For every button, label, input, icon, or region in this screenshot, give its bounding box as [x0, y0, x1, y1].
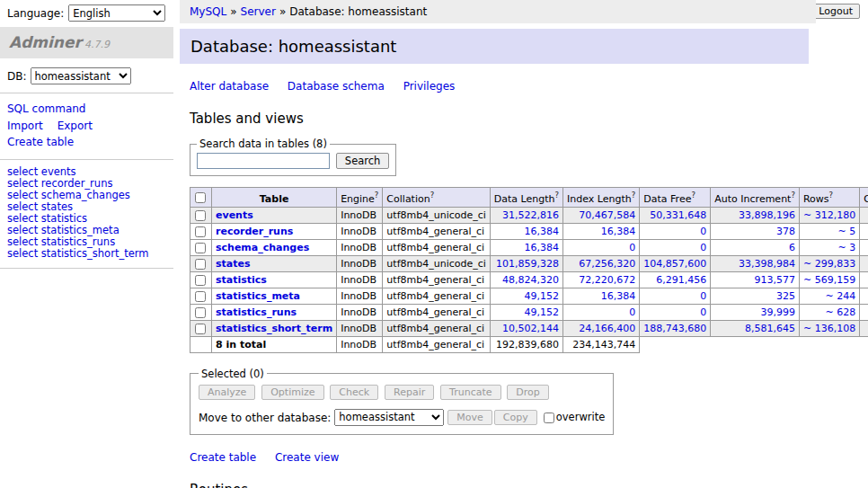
- column-help-icon[interactable]: ?: [375, 191, 379, 200]
- table-link[interactable]: statistics_runs: [216, 306, 297, 318]
- app-name-link[interactable]: Adminer: [9, 33, 82, 51]
- nav-link[interactable]: Create table: [7, 136, 74, 148]
- table-link[interactable]: recorder_runs: [216, 226, 293, 237]
- nav-link[interactable]: Alter database: [190, 80, 269, 93]
- data-length-link[interactable]: 48,824,320: [494, 274, 559, 286]
- logout-button[interactable]: Logout: [811, 4, 860, 19]
- column-help-icon[interactable]: ?: [829, 191, 834, 200]
- table-name-link[interactable]: statistics: [41, 212, 87, 225]
- bulk-action-button[interactable]: Truncate: [440, 385, 500, 400]
- index-length-link[interactable]: 16,384: [567, 290, 635, 302]
- data-length-link[interactable]: 16,384: [494, 242, 559, 253]
- row-checkbox[interactable]: [195, 291, 206, 302]
- auto-increment-link[interactable]: 913,577: [714, 274, 795, 286]
- breadcrumb-link-server[interactable]: Server: [241, 5, 276, 18]
- table-name-link[interactable]: statistics_meta: [41, 224, 120, 236]
- db-select[interactable]: homeassistant: [31, 67, 131, 84]
- column-help-icon[interactable]: ?: [430, 191, 435, 200]
- table-name-link[interactable]: recorder_runs: [41, 177, 113, 190]
- select-link[interactable]: select: [7, 212, 38, 225]
- index-length-link[interactable]: 24,166,400: [567, 323, 635, 334]
- data-length-link[interactable]: 101,859,328: [494, 258, 559, 270]
- bulk-action-button[interactable]: Check: [330, 385, 378, 400]
- table-name-link[interactable]: statistics_short_term: [41, 247, 149, 260]
- index-length-link[interactable]: 67,256,320: [567, 258, 635, 270]
- index-length-link[interactable]: 70,467,584: [567, 209, 635, 221]
- row-checkbox[interactable]: [195, 210, 206, 221]
- rows-link[interactable]: ~ 244: [803, 290, 855, 302]
- index-length-link[interactable]: 72,220,672: [567, 274, 635, 286]
- rows-link[interactable]: ~ 312,180: [803, 209, 855, 221]
- auto-increment-link[interactable]: 325: [714, 290, 795, 302]
- overwrite-checkbox[interactable]: [544, 413, 554, 423]
- auto-increment-link[interactable]: 8,581,645: [714, 323, 795, 334]
- data-length-link[interactable]: 16,384: [494, 226, 559, 237]
- rows-link[interactable]: ~ 136,108: [803, 323, 855, 334]
- index-length-link[interactable]: 16,384: [567, 226, 635, 237]
- row-checkbox[interactable]: [195, 324, 206, 334]
- select-link[interactable]: select: [7, 247, 38, 260]
- auto-increment-link[interactable]: 378: [714, 226, 795, 237]
- column-help-icon[interactable]: ?: [691, 191, 695, 200]
- copy-button[interactable]: Copy: [494, 410, 537, 425]
- search-input[interactable]: [197, 153, 330, 169]
- table-name-link[interactable]: schema_changes: [41, 189, 130, 201]
- data-free-link[interactable]: 0: [643, 226, 706, 237]
- column-help-icon[interactable]: ?: [791, 191, 795, 200]
- data-free-link[interactable]: 50,331,648: [643, 209, 706, 221]
- data-free-link[interactable]: 104,857,600: [643, 258, 706, 270]
- data-free-link[interactable]: 0: [643, 242, 706, 253]
- nav-link[interactable]: Create table: [190, 451, 256, 464]
- data-free-link[interactable]: 0: [643, 306, 706, 318]
- nav-link[interactable]: Privileges: [403, 80, 456, 93]
- select-link[interactable]: select: [7, 235, 38, 248]
- nav-link[interactable]: Database schema: [288, 80, 385, 93]
- data-free-link[interactable]: 6,291,456: [643, 274, 706, 286]
- move-button[interactable]: Move: [447, 410, 492, 425]
- rows-link[interactable]: ~ 569,159: [803, 274, 855, 286]
- table-name-link[interactable]: statistics_runs: [41, 235, 115, 248]
- row-checkbox[interactable]: [195, 243, 206, 253]
- nav-link[interactable]: Export: [58, 120, 93, 132]
- table-link[interactable]: events: [216, 209, 253, 221]
- row-checkbox[interactable]: [195, 275, 206, 286]
- select-link[interactable]: select: [7, 189, 38, 201]
- auto-increment-link[interactable]: 33,398,984: [714, 258, 795, 270]
- breadcrumb-link-mysql[interactable]: MySQL: [190, 5, 226, 18]
- language-select[interactable]: English: [68, 4, 165, 22]
- nav-link[interactable]: Import: [7, 120, 43, 132]
- bulk-action-button[interactable]: Optimize: [261, 385, 323, 400]
- data-length-link[interactable]: 49,152: [494, 306, 559, 318]
- data-free-link[interactable]: 0: [643, 290, 706, 302]
- rows-link[interactable]: ~ 628: [803, 306, 855, 318]
- rows-link[interactable]: ~ 5: [803, 226, 855, 237]
- auto-increment-link[interactable]: 33,898,196: [714, 209, 795, 221]
- bulk-action-button[interactable]: Drop: [507, 385, 548, 400]
- row-checkbox[interactable]: [195, 307, 206, 318]
- column-help-icon[interactable]: ?: [632, 191, 636, 200]
- table-name-link[interactable]: states: [41, 200, 73, 213]
- select-link[interactable]: select: [7, 177, 38, 190]
- data-length-link[interactable]: 31,522,816: [494, 209, 559, 221]
- bulk-action-button[interactable]: Analyze: [199, 385, 255, 400]
- data-free-link[interactable]: 188,743,680: [643, 323, 706, 334]
- row-checkbox[interactable]: [195, 226, 206, 237]
- move-db-select[interactable]: homeassistant: [334, 409, 444, 426]
- auto-increment-link[interactable]: 6: [714, 242, 795, 253]
- data-length-link[interactable]: 49,152: [494, 290, 559, 302]
- search-button[interactable]: Search: [336, 153, 390, 169]
- auto-increment-link[interactable]: 39,999: [714, 306, 795, 318]
- select-link[interactable]: select: [7, 200, 38, 213]
- table-name-link[interactable]: events: [41, 165, 76, 178]
- nav-link[interactable]: Create view: [275, 451, 339, 464]
- table-link[interactable]: statistics: [216, 274, 267, 286]
- table-link[interactable]: statistics_meta: [216, 290, 300, 302]
- rows-link[interactable]: ~ 299,833: [803, 258, 855, 270]
- index-length-link[interactable]: 0: [567, 242, 635, 253]
- index-length-link[interactable]: 0: [567, 306, 635, 318]
- data-length-link[interactable]: 10,502,144: [494, 323, 559, 334]
- select-link[interactable]: select: [7, 224, 38, 236]
- select-all-checkbox[interactable]: [195, 192, 206, 203]
- column-help-icon[interactable]: ?: [555, 191, 560, 200]
- table-link[interactable]: states: [216, 258, 251, 270]
